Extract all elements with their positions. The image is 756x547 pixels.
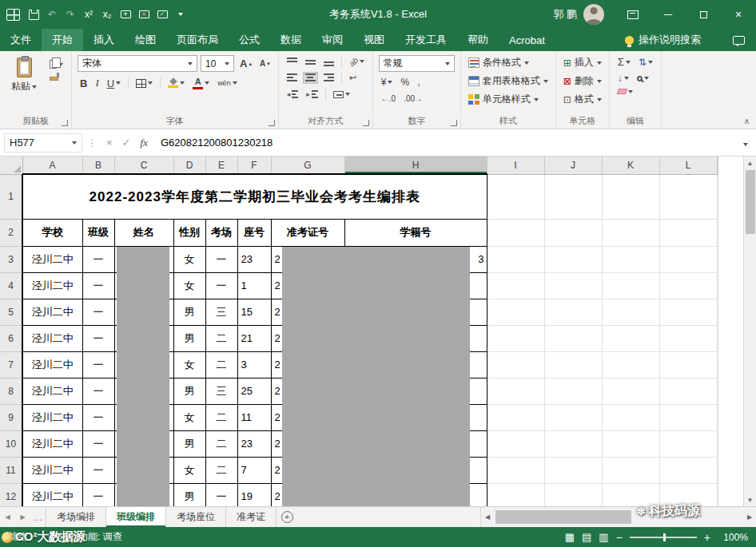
sheet-tab-exam-room-arrangement[interactable]: 考场编排 bbox=[46, 507, 106, 527]
align-top-button[interactable] bbox=[284, 56, 300, 68]
empty-cell[interactable] bbox=[659, 351, 717, 378]
cell-school-6[interactable]: 泾川二中 bbox=[22, 325, 82, 351]
cell-room-11[interactable]: 二 bbox=[205, 457, 237, 483]
sheet-tab-exam-room-seating[interactable]: 考场座位 bbox=[166, 507, 226, 527]
cell-class-7[interactable]: 一 bbox=[82, 351, 114, 378]
empty-cell[interactable] bbox=[717, 404, 718, 430]
borders-button[interactable] bbox=[133, 77, 155, 89]
cell-class-8[interactable]: 一 bbox=[82, 378, 114, 404]
column-header-G[interactable]: G bbox=[271, 157, 344, 174]
ribbon-tab-formulas[interactable]: 公式 bbox=[229, 29, 270, 51]
empty-cell[interactable] bbox=[602, 457, 659, 483]
merge-center-button[interactable] bbox=[331, 89, 352, 100]
sheet-nav-more[interactable]: … bbox=[30, 507, 46, 527]
new-sheet-button[interactable]: + bbox=[277, 507, 297, 527]
cell-room-12[interactable]: 一 bbox=[205, 483, 237, 506]
header-cell-2[interactable]: 姓名 bbox=[114, 219, 173, 246]
cell-gender-4[interactable]: 女 bbox=[173, 272, 205, 299]
format-cells-button[interactable]: ⊡格式 bbox=[562, 92, 603, 107]
cell-seat-8[interactable]: 25 bbox=[237, 378, 271, 404]
header-cell-3[interactable]: 性别 bbox=[173, 219, 205, 246]
cell-school-7[interactable]: 泾川二中 bbox=[22, 351, 82, 378]
cell-school-11[interactable]: 泾川二中 bbox=[22, 457, 82, 483]
custom-command-1[interactable]: ▾ bbox=[117, 5, 133, 24]
column-header-I[interactable]: I bbox=[487, 157, 544, 174]
cell-school-3[interactable]: 泾川二中 bbox=[22, 246, 82, 272]
empty-cell[interactable] bbox=[487, 299, 544, 325]
sheet-nav-right[interactable]: ▶ bbox=[15, 507, 30, 527]
phonetic-guide-button[interactable]: wén bbox=[215, 77, 240, 89]
bold-button[interactable]: B bbox=[78, 76, 90, 91]
cell-room-8[interactable]: 三 bbox=[205, 378, 237, 404]
row-header-7[interactable]: 7 bbox=[0, 351, 22, 378]
cell-class-9[interactable]: 一 bbox=[82, 404, 114, 430]
increase-font-size-button[interactable]: A▴ bbox=[237, 56, 254, 71]
cell-styles-button[interactable]: 单元格样式 bbox=[467, 92, 550, 107]
cell-class-10[interactable]: 一 bbox=[82, 430, 114, 457]
cell-class-4[interactable]: 一 bbox=[82, 272, 114, 299]
cell-seat-5[interactable]: 15 bbox=[237, 299, 271, 325]
ribbon-tab-view[interactable]: 视图 bbox=[353, 29, 395, 51]
close-button[interactable]: × bbox=[721, 0, 756, 29]
cell-gender-10[interactable]: 男 bbox=[173, 430, 205, 457]
cell-gender-12[interactable]: 男 bbox=[173, 483, 205, 506]
insert-cells-button[interactable]: ⊞插入 bbox=[562, 55, 603, 70]
ribbon-tab-help[interactable]: 帮助 bbox=[457, 29, 499, 51]
empty-cell[interactable] bbox=[544, 430, 602, 457]
empty-cell[interactable] bbox=[717, 174, 718, 219]
empty-cell[interactable] bbox=[717, 457, 718, 483]
cell-gender-6[interactable]: 男 bbox=[173, 325, 205, 351]
cell-class-3[interactable]: 一 bbox=[82, 246, 114, 272]
empty-cell[interactable] bbox=[544, 378, 602, 404]
cell-seat-4[interactable]: 1 bbox=[237, 272, 271, 299]
row-header-2[interactable]: 2 bbox=[0, 219, 22, 246]
cell-school-12[interactable]: 泾川二中 bbox=[22, 483, 82, 506]
ribbon-tab-draw[interactable]: 绘图 bbox=[125, 29, 166, 51]
empty-cell[interactable] bbox=[717, 246, 718, 272]
empty-cell[interactable] bbox=[544, 219, 602, 246]
normal-view-button[interactable]: ▦ bbox=[565, 532, 575, 542]
percent-style-button[interactable]: % bbox=[398, 75, 412, 89]
empty-cell[interactable] bbox=[717, 299, 718, 325]
cell-room-6[interactable]: 二 bbox=[205, 325, 237, 351]
conditional-formatting-button[interactable]: 条件格式 bbox=[467, 55, 550, 70]
empty-cell[interactable] bbox=[544, 325, 602, 351]
scroll-down-arrow[interactable]: ▼ bbox=[744, 493, 756, 506]
scroll-up-arrow[interactable]: ▲ bbox=[744, 157, 756, 169]
fill-color-button[interactable] bbox=[165, 77, 187, 89]
font-size-select[interactable]: 10 bbox=[201, 55, 234, 72]
empty-cell[interactable] bbox=[487, 246, 544, 272]
zoom-in-button[interactable]: + bbox=[704, 532, 710, 543]
orientation-button[interactable]: ab bbox=[347, 56, 367, 68]
accounting-format-button[interactable]: ¥ bbox=[379, 75, 396, 89]
save-button[interactable] bbox=[26, 5, 42, 24]
superscript-button[interactable]: x² bbox=[81, 5, 97, 24]
formula-cancel-button[interactable]: × bbox=[101, 137, 117, 149]
cell-seat-9[interactable]: 11 bbox=[237, 404, 271, 430]
horizontal-scroll-track[interactable] bbox=[494, 507, 743, 527]
row-header-5[interactable]: 5 bbox=[0, 299, 22, 325]
empty-cell[interactable] bbox=[544, 457, 602, 483]
cell-gender-3[interactable]: 女 bbox=[173, 246, 205, 272]
zoom-level[interactable]: 100% bbox=[718, 532, 748, 543]
cell-seat-7[interactable]: 3 bbox=[237, 351, 271, 378]
minimize-button[interactable]: ─ bbox=[651, 0, 686, 29]
empty-cell[interactable] bbox=[659, 272, 717, 299]
qat-customize-button[interactable] bbox=[173, 5, 189, 24]
sort-filter-button[interactable]: ⇅ bbox=[636, 56, 655, 69]
fill-button[interactable]: ↓ bbox=[615, 72, 631, 85]
empty-cell[interactable] bbox=[544, 404, 602, 430]
ribbon-display-options-button[interactable] bbox=[615, 0, 651, 29]
empty-cell[interactable] bbox=[487, 483, 544, 506]
empty-cell[interactable] bbox=[717, 483, 718, 506]
empty-cell[interactable] bbox=[659, 174, 717, 219]
empty-cell[interactable] bbox=[602, 404, 659, 430]
column-header-D[interactable]: D bbox=[173, 157, 205, 174]
column-header-K[interactable]: K bbox=[602, 157, 659, 174]
cell-school-10[interactable]: 泾川二中 bbox=[22, 430, 82, 457]
collapse-ribbon-button[interactable]: ∧ bbox=[744, 117, 750, 125]
empty-cell[interactable] bbox=[717, 430, 718, 457]
ribbon-tab-file[interactable]: 文件 bbox=[0, 29, 42, 51]
empty-cell[interactable] bbox=[487, 378, 544, 404]
empty-cell[interactable] bbox=[659, 457, 717, 483]
